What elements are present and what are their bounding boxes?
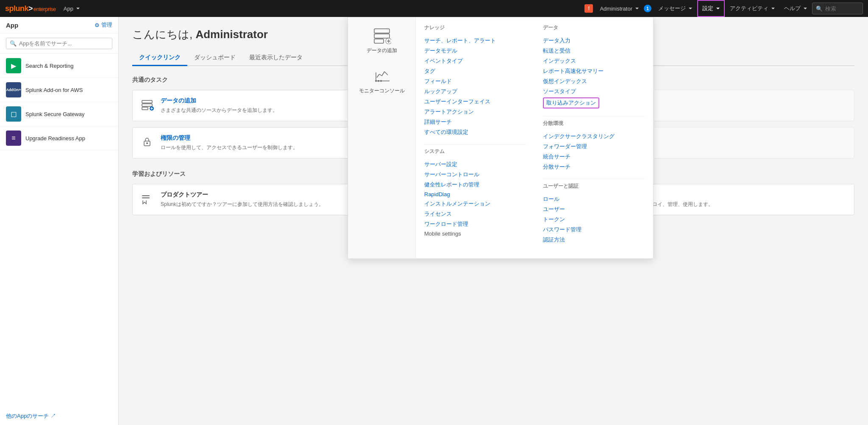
data-section: データ データ入力 転送と受信 インデックス レポート高速化サマリー 仮想インデ… — [543, 24, 645, 109]
sidebar-manage-link[interactable]: ⚙ 管理 — [95, 21, 112, 29]
tour-title: プロダクトツアー — [161, 191, 324, 199]
svg-rect-0 — [142, 100, 152, 103]
svg-line-27 — [379, 74, 382, 76]
link-source-type[interactable]: ソースタイプ — [543, 86, 645, 97]
sidebar: App ⚙ 管理 🔍 ▶ Search & Reporting AddOn+ S… — [0, 17, 119, 425]
user-auth-title: ユーザーと認証 — [543, 183, 645, 190]
card-permissions-content: 権限の管理 ロールを使用して、アクセスできるユーザーを制御します。 — [161, 134, 298, 151]
distributed-title: 分散環境 — [543, 120, 645, 127]
link-virtual-index[interactable]: 仮想インデックス — [543, 76, 645, 86]
tab-recent[interactable]: 最近表示したデータ — [242, 50, 309, 66]
link-advanced-search[interactable]: 詳細サーチ — [424, 117, 526, 127]
link-rapid-diag[interactable]: RapidDiag — [424, 190, 526, 199]
secure-gateway-label: Splunk Secure Gateway — [25, 111, 84, 117]
app-menu-button[interactable]: App — [59, 0, 84, 17]
link-report-acceleration[interactable]: レポート高速化サマリー — [543, 66, 645, 76]
secure-gateway-icon: ◻ — [6, 106, 21, 122]
help-menu-button[interactable]: ヘルプ — [780, 0, 811, 17]
gear-icon: ⚙ — [95, 22, 100, 28]
activity-caret — [771, 8, 775, 9]
link-user-interface[interactable]: ユーザーインターフェイス — [424, 97, 526, 107]
divider-3 — [543, 179, 645, 179]
tour-content: プロダクトツアー Splunkは初めてですか？ツアーに参加して使用方法を確認しま… — [161, 191, 324, 208]
addon-aws-icon: AddOn+ — [6, 82, 21, 97]
link-server-control[interactable]: サーバーコントロール — [424, 169, 526, 180]
tab-quick-links[interactable]: クイックリンク — [132, 50, 187, 66]
svg-line-28 — [382, 72, 384, 76]
tour-icon — [139, 191, 155, 206]
link-fields[interactable]: フィールド — [424, 76, 526, 86]
svg-rect-2 — [142, 107, 148, 110]
link-all-config[interactable]: すべての環境設定 — [424, 127, 526, 137]
link-instrumentation[interactable]: インストルメンテーション — [424, 199, 526, 209]
tour-desc: Splunkは初めてですか？ツアーに参加して使用方法を確認しましょう。 — [161, 200, 324, 208]
link-distributed-search[interactable]: 分散サーチ — [543, 162, 645, 172]
settings-menu-button[interactable]: 設定 — [697, 0, 725, 17]
link-tokens[interactable]: トークン — [543, 214, 645, 225]
distributed-section: 分散環境 インデクサークラスタリング フォワーダー管理 統合サーチ 分散サーチ — [543, 120, 645, 172]
link-workload[interactable]: ワークロード管理 — [424, 219, 526, 229]
user-auth-section: ユーザーと認証 ロール ユーザー トークン パスワード管理 認証方法 — [543, 183, 645, 245]
messages-menu-button[interactable]: メッセージ — [654, 0, 696, 17]
link-auth-method[interactable]: 認証方法 — [543, 235, 645, 245]
link-indexer-clustering[interactable]: インデクサークラスタリング — [543, 131, 645, 142]
svg-rect-1 — [142, 104, 152, 106]
link-mobile-settings[interactable]: Mobile settings — [424, 229, 526, 238]
link-license[interactable]: ライセンス — [424, 209, 526, 219]
search-icon: 🔍 — [816, 6, 823, 12]
card-add-data-content: データの追加 さまざまな共通のソースからデータを追加します。 — [161, 97, 278, 114]
link-lookup[interactable]: ルックアップ — [424, 86, 526, 97]
link-alert-action[interactable]: アラートアクション — [424, 107, 526, 117]
knowledge-section: ナレッジ サーチ、レポート、アラート データモデル イベントタイプ タグ フィー… — [424, 24, 526, 137]
knowledge-title: ナレッジ — [424, 24, 526, 31]
sidebar-item-addon-aws[interactable]: AddOn+ Splunk Add-on for AWS — [0, 78, 118, 102]
link-password-mgmt[interactable]: パスワード管理 — [543, 225, 645, 235]
tab-dashboards[interactable]: ダッシュボード — [187, 50, 242, 66]
sidebar-item-secure-gateway[interactable]: ◻ Splunk Secure Gateway — [0, 102, 118, 126]
system-title: システム — [424, 148, 526, 155]
sidebar-search-box[interactable]: 🔍 — [6, 38, 112, 49]
link-unified-search[interactable]: 統合サーチ — [543, 152, 645, 162]
monitor-console-icon — [372, 68, 392, 85]
link-ingest-action[interactable]: 取り込みアクション — [543, 97, 599, 108]
nav-right: ! Administrator 1 メッセージ 設定 アクティビティ ヘルプ 🔍 — [584, 0, 863, 17]
monitor-console-label: モニターコンソール — [359, 87, 405, 94]
link-tags[interactable]: タグ — [424, 66, 526, 76]
settings-caret — [716, 8, 720, 9]
link-forwarder-mgmt[interactable]: フォワーダー管理 — [543, 142, 645, 152]
link-health-report[interactable]: 健全性レポートの管理 — [424, 180, 526, 190]
admin-menu-button[interactable]: Administrator — [595, 0, 643, 17]
sidebar-item-search-reporting[interactable]: ▶ Search & Reporting — [0, 54, 118, 78]
data-title: データ — [543, 24, 645, 31]
divider-1 — [424, 144, 526, 144]
sidebar-search-input[interactable] — [19, 40, 108, 47]
settings-dropdown: データの追加 モニターコンソール — [348, 17, 654, 259]
link-forwarding[interactable]: 転送と受信 — [543, 46, 645, 56]
sidebar-item-upgrade-readiness[interactable]: ≡ Upgrade Readiness App — [0, 126, 118, 150]
dropdown-add-data[interactable]: データの追加 — [352, 24, 411, 58]
svg-rect-13 — [142, 197, 150, 198]
svg-point-32 — [380, 80, 382, 82]
link-data-model[interactable]: データモデル — [424, 46, 526, 56]
global-search-box[interactable]: 🔍 — [812, 3, 863, 14]
message-badge: 1 — [644, 5, 651, 12]
link-roles[interactable]: ロール — [543, 194, 645, 204]
activity-menu-button[interactable]: アクティビティ — [726, 0, 779, 17]
dropdown-monitor-console[interactable]: モニターコンソール — [352, 64, 411, 98]
addon-aws-label: Splunk Add-on for AWS — [25, 87, 83, 93]
sidebar-apps-list: ▶ Search & Reporting AddOn+ Splunk Add-o… — [0, 54, 118, 407]
link-server-config[interactable]: サーバー設定 — [424, 159, 526, 169]
other-apps-link[interactable]: 他のAppのサーチ ↗ — [0, 407, 118, 425]
link-event-type[interactable]: イベントタイプ — [424, 56, 526, 66]
card-add-data-title: データの追加 — [161, 97, 278, 105]
global-search-input[interactable] — [825, 6, 859, 12]
sidebar-search-area: 🔍 — [0, 33, 118, 54]
messages-caret — [689, 8, 692, 9]
link-data-input[interactable]: データ入力 — [543, 36, 645, 46]
add-data-dropdown-icon — [372, 28, 392, 44]
link-search-report-alert[interactable]: サーチ、レポート、アラート — [424, 36, 526, 46]
divider-2 — [543, 116, 645, 117]
link-indexes[interactable]: インデックス — [543, 56, 645, 66]
system-section: システム サーバー設定 サーバーコントロール 健全性レポートの管理 RapidD… — [424, 148, 526, 238]
link-users[interactable]: ユーザー — [543, 204, 645, 214]
